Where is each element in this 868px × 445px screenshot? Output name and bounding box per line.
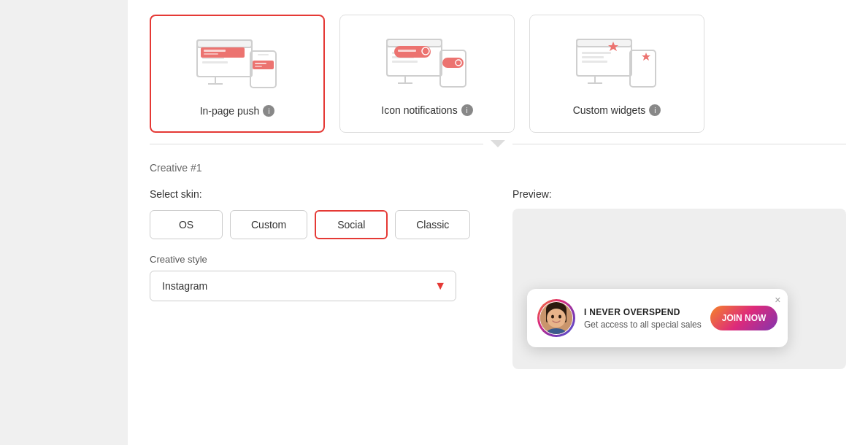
right-column: Preview: (512, 188, 846, 369)
notif-close-button[interactable]: × (775, 295, 780, 305)
svg-rect-32 (582, 52, 611, 54)
divider-arrow-container (483, 140, 512, 147)
skin-buttons: OS Custom Social Classic (150, 210, 483, 239)
svg-point-43 (551, 315, 554, 319)
info-icon-icon-notifications[interactable]: i (461, 104, 473, 116)
info-icon-custom-widgets[interactable]: i (649, 104, 661, 116)
svg-rect-29 (577, 39, 631, 47)
notif-cta-button[interactable]: JOIN NOW (710, 306, 778, 330)
skin-btn-social[interactable]: Social (315, 210, 388, 239)
card-label-icon-notifications: Icon notifications i (381, 104, 472, 116)
svg-rect-13 (255, 63, 266, 64)
card-icon-custom-widgets (545, 30, 689, 96)
svg-rect-10 (204, 50, 226, 52)
svg-rect-34 (582, 61, 607, 63)
creative-style-select[interactable]: Instagram Facebook Twitter LinkedIn (150, 271, 456, 301)
card-custom-widgets[interactable]: Custom widgets i (529, 15, 704, 133)
notif-body: Get access to all special sales (584, 320, 702, 330)
svg-marker-37 (642, 53, 650, 61)
skin-btn-classic[interactable]: Classic (395, 210, 470, 239)
preview-area: I NEVER OVERSPEND Get access to all spec… (512, 209, 846, 369)
divider-line-left (150, 144, 483, 144)
svg-rect-33 (582, 56, 604, 58)
svg-rect-9 (201, 47, 245, 58)
info-icon-in-page-push[interactable]: i (263, 105, 274, 117)
divider-arrow (491, 140, 505, 147)
svg-rect-16 (387, 39, 442, 47)
svg-rect-12 (253, 61, 274, 69)
card-icon-notifications[interactable]: Icon notifications i (339, 15, 515, 133)
svg-rect-6 (202, 61, 228, 63)
card-label-in-page-push: In-page push i (200, 105, 275, 117)
creative-style-label: Creative style (150, 254, 483, 265)
select-skin-label: Select skin: (150, 188, 483, 200)
card-icon-in-page-push (166, 31, 309, 96)
notif-text: I NEVER OVERSPEND Get access to all spec… (584, 307, 702, 330)
skin-btn-custom[interactable]: Custom (230, 210, 307, 239)
notif-title: I NEVER OVERSPEND (584, 307, 702, 317)
svg-point-44 (558, 315, 561, 319)
creative-style-dropdown-wrapper: Instagram Facebook Twitter LinkedIn ▼ (150, 271, 456, 301)
social-notification-preview: I NEVER OVERSPEND Get access to all spec… (527, 289, 788, 347)
divider-row (150, 140, 846, 147)
main-content: In-page push i (128, 0, 868, 445)
avatar-face (540, 302, 572, 334)
divider-line-right (512, 144, 846, 144)
creative-section-title: Creative #1 (150, 162, 846, 174)
two-col-layout: Select skin: OS Custom Social Classic Cr… (150, 188, 846, 369)
sidebar (0, 0, 128, 445)
left-column: Select skin: OS Custom Social Classic Cr… (150, 188, 483, 369)
card-icon-icon-notifications (355, 30, 499, 96)
card-selection-row: In-page push i (150, 15, 846, 133)
svg-rect-1 (197, 40, 252, 47)
svg-rect-21 (392, 61, 418, 63)
preview-label: Preview: (512, 188, 846, 200)
svg-point-25 (422, 47, 429, 55)
card-in-page-push[interactable]: In-page push i (150, 15, 325, 133)
card-label-custom-widgets: Custom widgets i (573, 104, 661, 116)
svg-point-27 (456, 60, 461, 66)
svg-rect-24 (398, 50, 416, 52)
skin-btn-os[interactable]: OS (150, 210, 223, 239)
svg-rect-8 (258, 54, 269, 55)
notif-avatar (537, 299, 575, 337)
svg-point-42 (547, 309, 566, 328)
svg-rect-22 (440, 50, 466, 87)
svg-rect-14 (255, 66, 262, 67)
svg-rect-11 (204, 53, 218, 55)
